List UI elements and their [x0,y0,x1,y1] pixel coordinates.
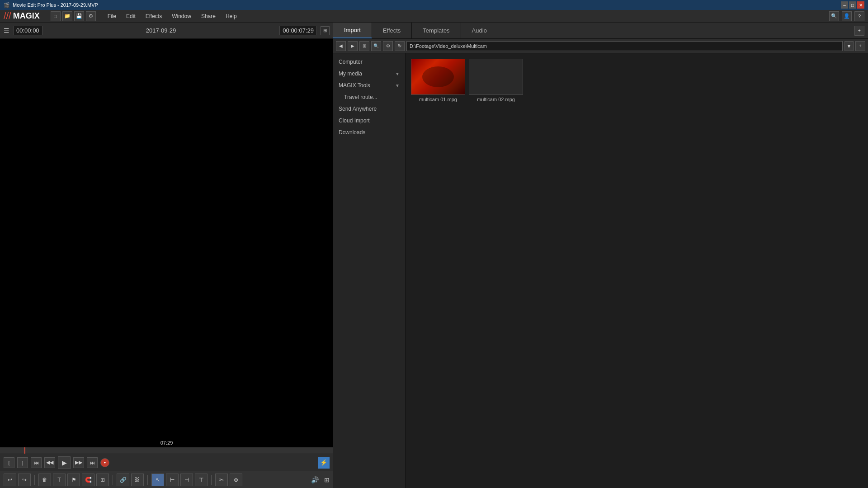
play-button[interactable]: ▶ [58,456,71,469]
next-button[interactable]: ▶▶ [73,457,84,468]
trim-right-button[interactable]: ⊣ [180,474,193,486]
sidebar-item-downloads[interactable]: Downloads [333,127,405,138]
logo-text: MAGIX [13,11,40,21]
text-button[interactable]: T [53,474,66,486]
window-controls: – □ ✕ [841,1,864,9]
marker-button[interactable]: ⚑ [67,474,80,486]
computer-label: Computer [339,59,363,65]
menu-items: File Edit Effects Window Share Help [103,11,241,21]
toolbar-separator-2 [113,475,113,485]
split-button[interactable]: ⊤ [195,474,208,486]
sidebar-item-my-media[interactable]: My media ▼ [333,68,405,80]
settings-button[interactable]: ⚙ [86,11,96,21]
magix-tools-arrow: ▼ [395,83,400,88]
search-button[interactable]: 🔍 [371,41,381,51]
view-button[interactable]: ⊞ [359,41,369,51]
media-thumbnail-1 [411,59,465,95]
prev-mark-button[interactable]: ⏮ [31,457,42,468]
toolbar-separator-3 [147,475,148,485]
tab-import[interactable]: Import [333,23,372,38]
select-tool-button[interactable]: ↖ [151,474,164,486]
back-button[interactable]: ◀ [336,41,346,51]
help-icon[interactable]: ? [854,11,864,21]
forward-button[interactable]: ▶ [348,41,358,51]
media-label-2: multicam 02.mpg [469,97,523,102]
timecode-right: 00:00:07:29 [279,26,317,35]
send-anywhere-label: Send Anywhere [339,106,377,112]
insert-button[interactable]: ⊕ [230,474,242,486]
prev-button[interactable]: ◀◀ [44,457,55,468]
my-media-arrow: ▼ [395,71,400,76]
menu-edit[interactable]: Edit [122,11,140,21]
undo-button[interactable]: ↩ [4,474,16,486]
sidebar-item-travel-route[interactable]: Travel route... [333,91,405,103]
import-toolbar: ◀ ▶ ⊞ 🔍 ⚙ ↻ ▼ + [333,39,868,53]
link-button[interactable]: 🔗 [117,474,129,486]
media-file-2[interactable]: multicam 02.mpg [469,59,523,102]
window-title: Movie Edit Pro Plus - 2017-09-29.MVP [13,2,98,8]
edit-toolbar: ↩ ↪ 🗑 T ⚑ 🧲 ⊞ 🔗 ⛓ ↖ ⊢ ⊣ ⊤ ✂ ⊕ 🔊 ⊞ [0,471,333,488]
volume-icon: 🔊 [311,476,319,483]
account-icon[interactable]: 👤 [842,11,852,21]
hamburger-menu[interactable]: ☰ [4,27,9,34]
menu-effects[interactable]: Effects [141,11,166,21]
logo-slash: /// [4,11,11,21]
sidebar-item-computer[interactable]: Computer [333,56,405,68]
tab-templates[interactable]: Templates [412,23,461,38]
sidebar-item-magix-tools[interactable]: MAGIX Tools ▼ [333,80,405,91]
sidebar-item-cloud-import[interactable]: Cloud Import [333,115,405,127]
menubar: /// MAGIX □ 📁 💾 ⚙ File Edit Effects Wind… [0,10,868,23]
lightning-button[interactable]: ⚡ [318,457,330,469]
out-point-button[interactable]: ] [17,457,28,468]
scrubber-bar[interactable] [0,447,333,454]
save-button[interactable]: 💾 [74,11,84,21]
close-button[interactable]: ✕ [857,1,864,9]
preview-time: 07:29 [160,440,173,446]
minimize-button[interactable]: – [841,1,848,9]
right-panel-tabs: Import Effects Templates Audio + [333,23,868,39]
delete-button[interactable]: 🗑 [38,474,51,486]
search-icon[interactable]: 🔍 [829,11,839,21]
menu-window[interactable]: Window [167,11,196,21]
refresh-button[interactable]: ↻ [395,41,405,51]
tab-audio[interactable]: Audio [461,23,498,38]
grid-icon: ⊞ [324,476,330,483]
trim-left-button[interactable]: ⊢ [166,474,179,486]
sidebar-nav: Computer My media ▼ MAGIX Tools ▼ Travel… [333,53,406,488]
record-button[interactable]: ● [100,458,109,467]
import-add-button[interactable]: + [855,41,865,51]
menu-file[interactable]: File [103,11,121,21]
media-thumbnail-2 [469,59,523,95]
magix-logo: /// MAGIX [4,11,40,21]
menu-share[interactable]: Share [197,11,220,21]
redo-button[interactable]: ↪ [18,474,31,486]
cloud-import-label: Cloud Import [339,117,370,124]
new-button[interactable]: □ [51,11,61,21]
media-label-1: multicam 01.mpg [411,97,465,102]
media-area: multicam 01.mpg multicam 02.mpg [406,53,868,488]
right-panel: Import Effects Templates Audio + ◀ ▶ ⊞ 🔍… [333,23,868,488]
travel-route-label: Travel route... [344,94,377,100]
sidebar-item-send-anywhere[interactable]: Send Anywhere [333,103,405,115]
scrubber-indicator [24,447,25,454]
my-media-label: My media [339,70,362,77]
settings-button[interactable]: ⚙ [383,41,393,51]
menubar-right-icons: 🔍 👤 ? [829,11,864,21]
scissors-button[interactable]: ✂ [215,474,228,486]
media-file-1[interactable]: multicam 01.mpg [411,59,465,102]
path-dropdown[interactable]: ▼ [844,41,854,51]
next-mark-button[interactable]: ⏭ [87,457,98,468]
in-point-button[interactable]: [ [4,457,14,468]
expand-button[interactable]: ⊞ [321,26,330,35]
preview-screen: 07:29 [0,39,333,447]
app-icon: 🎬 [4,2,10,8]
menu-help[interactable]: Help [221,11,241,21]
tab-effects[interactable]: Effects [372,23,412,38]
path-input[interactable] [406,41,843,51]
expand-right-button[interactable]: + [854,26,864,36]
group-button[interactable]: ⊞ [96,474,109,486]
snap-button[interactable]: 🧲 [82,474,94,486]
open-button[interactable]: 📁 [62,11,72,21]
unlink-button[interactable]: ⛓ [131,474,144,486]
maximize-button[interactable]: □ [849,1,856,9]
